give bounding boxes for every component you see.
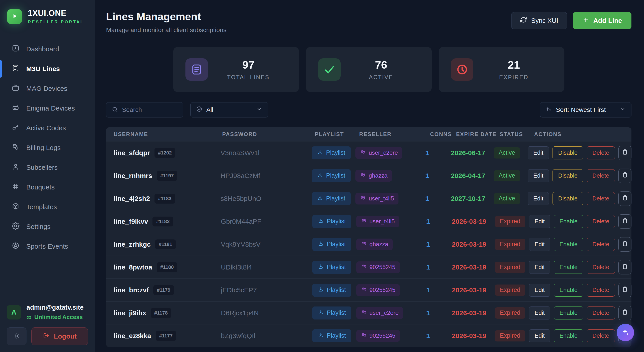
sidebar-templates[interactable]: Templates xyxy=(0,197,95,217)
expire-date: 2026-03-19 xyxy=(452,332,486,340)
sidebar: 1XUI.ONE RESELLER PORTAL Dashboard M3U L… xyxy=(0,0,95,352)
playlist-label: Playlist xyxy=(327,218,346,225)
reseller-badge: 90255245 xyxy=(356,330,400,342)
brand-logo xyxy=(7,9,22,24)
delete-button[interactable]: Delete xyxy=(587,284,615,296)
copy-button[interactable] xyxy=(618,306,632,320)
sidebar-active-codes[interactable]: Active Codes xyxy=(0,118,95,138)
play-icon xyxy=(11,12,18,21)
sidebar-billing-logs[interactable]: Billing Logs xyxy=(0,138,95,158)
playlist-button[interactable]: Playlist xyxy=(312,329,351,342)
add-line-button[interactable]: Add Line xyxy=(573,12,632,29)
copy-button[interactable] xyxy=(618,283,632,297)
edit-button[interactable]: Edit xyxy=(529,215,550,228)
playlist-button[interactable]: Playlist xyxy=(312,284,351,296)
sidebar-bouquets[interactable]: Bouquets xyxy=(0,177,95,197)
m3u-lines-icon xyxy=(12,64,20,74)
expire-date: 2027-10-17 xyxy=(451,195,485,202)
toggle-button[interactable]: Enable xyxy=(554,284,583,296)
copy-button[interactable] xyxy=(618,260,632,274)
status-badge: Expired xyxy=(495,262,526,273)
sidebar-item-label: Settings xyxy=(26,223,50,230)
clipboard-icon xyxy=(622,309,628,317)
theme-toggle-button[interactable] xyxy=(7,327,26,345)
sidebar-dashboard[interactable]: Dashboard xyxy=(0,39,95,59)
delete-button[interactable]: Delete xyxy=(587,238,615,251)
line-id-badge: #1178 xyxy=(151,308,171,318)
stat-label: ACTIVE xyxy=(340,74,422,80)
delete-button[interactable]: Delete xyxy=(587,146,615,160)
status-badge: Expired xyxy=(495,330,526,342)
playlist-label: Playlist xyxy=(326,172,345,179)
toggle-button[interactable]: Enable xyxy=(554,238,583,251)
users-icon xyxy=(361,286,367,294)
edit-button[interactable]: Edit xyxy=(529,329,550,342)
copy-button[interactable] xyxy=(618,237,632,252)
logout-button[interactable]: Logout xyxy=(32,327,88,345)
stat-label: TOTAL LINES xyxy=(208,74,289,80)
edit-button[interactable]: Edit xyxy=(529,261,550,274)
col-conns: CONNS xyxy=(430,131,456,138)
search-box[interactable] xyxy=(106,102,183,118)
status-filter-select[interactable]: All xyxy=(190,102,268,118)
table-row: line_4j2sh2 #1183 s8He5bpUnO Playlist us… xyxy=(106,187,632,210)
brand-subtitle: RESELLER PORTAL xyxy=(28,20,84,24)
copy-button[interactable] xyxy=(618,168,632,183)
playlist-button[interactable]: Playlist xyxy=(312,146,351,160)
delete-button[interactable]: Delete xyxy=(587,215,615,228)
toggle-button[interactable]: Disable xyxy=(552,192,583,205)
copy-button[interactable] xyxy=(618,192,632,206)
edit-button[interactable]: Edit xyxy=(528,192,549,205)
sidebar-subsellers[interactable]: Subsellers xyxy=(0,158,95,177)
toggle-button[interactable]: Disable xyxy=(552,146,583,160)
sidebar-settings[interactable]: Settings xyxy=(0,217,95,236)
status-badge: Active xyxy=(494,147,520,158)
playlist-button[interactable]: Playlist xyxy=(312,215,351,228)
copy-button[interactable] xyxy=(618,146,632,160)
reseller-name: 90255245 xyxy=(370,264,396,270)
search-input[interactable] xyxy=(122,106,178,114)
password: jEDtc5cEP7 xyxy=(221,286,312,294)
reseller-badge: ghazza xyxy=(356,170,392,182)
delete-button[interactable]: Delete xyxy=(587,192,615,205)
delete-button[interactable]: Delete xyxy=(587,306,615,320)
edit-button[interactable]: Edit xyxy=(529,306,550,320)
dashboard-icon xyxy=(12,44,20,54)
toggle-button[interactable]: Enable xyxy=(554,329,583,342)
playlist-label: Playlist xyxy=(327,332,346,339)
sidebar-item-label: Templates xyxy=(26,203,57,211)
playlist-button[interactable]: Playlist xyxy=(312,169,351,182)
sync-xui-button[interactable]: Sync XUI xyxy=(511,12,567,29)
playlist-button[interactable]: Playlist xyxy=(312,306,351,320)
users-icon xyxy=(361,332,367,340)
delete-button[interactable]: Delete xyxy=(587,169,615,182)
toggle-button[interactable]: Disable xyxy=(552,169,583,182)
edit-button[interactable]: Edit xyxy=(528,169,549,182)
sort-select[interactable]: Sort: Newest First xyxy=(540,102,632,118)
sidebar-mag-devices[interactable]: MAG Devices xyxy=(0,79,95,98)
playlist-button[interactable]: Playlist xyxy=(312,261,351,274)
sidebar-sports-events[interactable]: Sports Events xyxy=(0,236,95,256)
copy-button[interactable] xyxy=(618,214,632,229)
edit-button[interactable]: Edit xyxy=(528,146,549,160)
playlist-button[interactable]: Playlist xyxy=(312,192,351,205)
delete-button[interactable]: Delete xyxy=(587,329,615,342)
toggle-button[interactable]: Enable xyxy=(554,261,583,274)
assistant-fab-button[interactable] xyxy=(617,324,634,341)
toggle-button[interactable]: Enable xyxy=(554,215,583,228)
edit-button[interactable]: Edit xyxy=(529,284,550,296)
toggle-button[interactable]: Enable xyxy=(554,306,583,320)
username: line_ez8kka xyxy=(114,332,151,340)
password: Gbr0M44aPF xyxy=(221,218,312,225)
delete-button[interactable]: Delete xyxy=(587,261,615,274)
edit-button[interactable]: Edit xyxy=(529,238,550,251)
line-id-badge: #1182 xyxy=(152,216,173,226)
stat-value: 21 xyxy=(473,58,554,71)
connections-count: 1 xyxy=(426,240,452,248)
clipboard-icon xyxy=(622,149,628,157)
sidebar-m3u-lines[interactable]: M3U Lines xyxy=(0,59,95,79)
playlist-button[interactable]: Playlist xyxy=(312,238,351,251)
reseller-name: 90255245 xyxy=(370,286,396,294)
sidebar-enigma-devices[interactable]: Enigma Devices xyxy=(0,98,95,118)
username: line_f9lkvv xyxy=(114,218,148,225)
